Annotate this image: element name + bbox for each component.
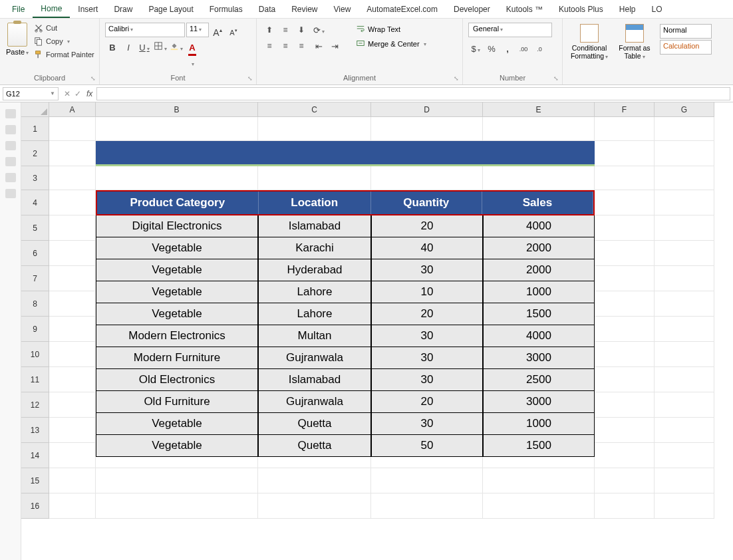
table-cell[interactable]: 30 [371, 369, 483, 391]
table-cell[interactable]: 3000 [483, 391, 595, 413]
ribbon-tab-developer[interactable]: Developer [446, 1, 498, 17]
paste-button[interactable]: Paste [3, 20, 32, 56]
ribbon-tab-draw[interactable]: Draw [106, 1, 140, 17]
table-cell[interactable]: 20 [371, 215, 483, 237]
decrease-font-icon[interactable]: A▾ [226, 23, 241, 37]
table-cell[interactable]: 30 [371, 259, 483, 281]
cell[interactable] [49, 190, 96, 215]
column-header[interactable]: A [49, 102, 96, 117]
table-cell[interactable]: Karachi [258, 237, 371, 259]
table-cell[interactable]: Digital Electronics [96, 215, 258, 237]
cell[interactable] [595, 215, 655, 241]
cell[interactable] [49, 141, 96, 166]
bold-button[interactable]: B [105, 40, 120, 55]
table-cell[interactable]: Vegetable [96, 237, 258, 259]
cell[interactable] [595, 117, 655, 141]
cell[interactable] [655, 317, 714, 342]
increase-decimal-icon[interactable]: .00 [516, 41, 531, 56]
cell-style-calculation[interactable]: Calculation [660, 40, 712, 55]
cell[interactable] [49, 392, 96, 418]
decrease-decimal-icon[interactable]: .0 [532, 41, 547, 56]
row-header[interactable]: 8 [21, 291, 49, 317]
accounting-format-icon[interactable]: $ [468, 41, 483, 56]
percent-format-icon[interactable]: % [484, 41, 499, 56]
table-cell[interactable]: Old Furniture [96, 391, 258, 413]
table-cell[interactable]: Modern Electronics [96, 325, 258, 347]
row-header[interactable]: 14 [21, 443, 49, 468]
gutter-icon[interactable] [5, 109, 16, 118]
row-header[interactable]: 6 [21, 241, 49, 266]
cell[interactable] [49, 342, 96, 367]
number-dialog-launcher[interactable]: ⤡ [551, 74, 561, 83]
cell[interactable] [655, 493, 714, 519]
cell[interactable] [371, 493, 483, 519]
table-cell[interactable]: 50 [371, 435, 483, 457]
row-header[interactable]: 5 [21, 215, 49, 241]
row-header[interactable]: 9 [21, 317, 49, 342]
font-color-button[interactable]: A [185, 40, 200, 55]
align-top-icon[interactable]: ⬆ [262, 23, 277, 37]
ribbon-tab-kutools-[interactable]: Kutools ™ [498, 1, 551, 17]
cell[interactable] [595, 342, 655, 367]
cell[interactable] [595, 493, 655, 519]
alignment-dialog-launcher[interactable]: ⤡ [452, 74, 461, 83]
ribbon-tab-page-layout[interactable]: Page Layout [140, 1, 201, 17]
cell[interactable] [49, 443, 96, 468]
row-header[interactable]: 16 [21, 493, 49, 519]
cell[interactable] [655, 166, 714, 190]
table-cell[interactable]: 4000 [483, 215, 595, 237]
cell[interactable] [49, 317, 96, 342]
ribbon-tab-view[interactable]: View [326, 1, 359, 17]
ribbon-tab-help[interactable]: Help [611, 1, 644, 17]
cell[interactable] [483, 493, 595, 519]
table-header-cell[interactable]: Location [259, 192, 371, 214]
row-header[interactable]: 4 [21, 190, 49, 215]
table-cell[interactable]: Quetta [258, 435, 371, 457]
align-right-icon[interactable]: ≡ [294, 39, 309, 53]
cell[interactable] [49, 418, 96, 443]
table-cell[interactable]: Hyderabad [258, 259, 371, 281]
cell[interactable] [96, 468, 258, 493]
cell[interactable] [483, 117, 595, 141]
cell[interactable] [595, 190, 655, 215]
table-header-cell[interactable]: Sales [482, 192, 593, 214]
cell[interactable] [655, 266, 714, 291]
table-cell[interactable]: Gujranwala [258, 347, 371, 369]
column-header[interactable]: C [258, 102, 371, 117]
table-cell[interactable]: 3000 [483, 347, 595, 369]
row-header[interactable]: 1 [21, 117, 49, 141]
table-cell[interactable]: Vegetable [96, 303, 258, 325]
table-cell[interactable]: 20 [371, 303, 483, 325]
decrease-indent-icon[interactable]: ⇤ [311, 39, 326, 53]
cell[interactable] [49, 468, 96, 493]
table-cell[interactable]: 1000 [483, 281, 595, 303]
row-header[interactable]: 12 [21, 392, 49, 418]
cell[interactable] [49, 241, 96, 266]
ribbon-tab-review[interactable]: Review [283, 1, 325, 17]
merge-center-button[interactable]: Merge & Center [356, 39, 426, 49]
table-cell[interactable]: 10 [371, 281, 483, 303]
font-dialog-launcher[interactable]: ⤡ [245, 74, 255, 83]
cell[interactable] [595, 166, 655, 190]
cell[interactable] [595, 468, 655, 493]
table-cell[interactable]: Vegetable [96, 281, 258, 303]
cell[interactable] [371, 468, 483, 493]
cell[interactable] [371, 117, 483, 141]
table-cell[interactable]: Vegetable [96, 413, 258, 435]
cell[interactable] [655, 443, 714, 468]
gutter-icon[interactable] [5, 189, 16, 198]
column-header[interactable]: G [655, 102, 714, 117]
comma-format-icon[interactable]: , [500, 41, 515, 56]
cell[interactable] [96, 117, 258, 141]
cancel-formula-icon[interactable]: ✕ [64, 89, 71, 98]
cell[interactable] [595, 392, 655, 418]
gutter-icon[interactable] [5, 141, 16, 150]
enter-formula-icon[interactable]: ✓ [74, 89, 81, 98]
cell[interactable] [49, 215, 96, 241]
number-format-select[interactable]: General [468, 23, 552, 37]
row-header[interactable]: 7 [21, 266, 49, 291]
gutter-icon[interactable] [5, 173, 16, 182]
table-cell[interactable]: Lahore [258, 303, 371, 325]
align-middle-icon[interactable]: ≡ [278, 23, 293, 37]
table-cell[interactable]: 1500 [483, 303, 595, 325]
